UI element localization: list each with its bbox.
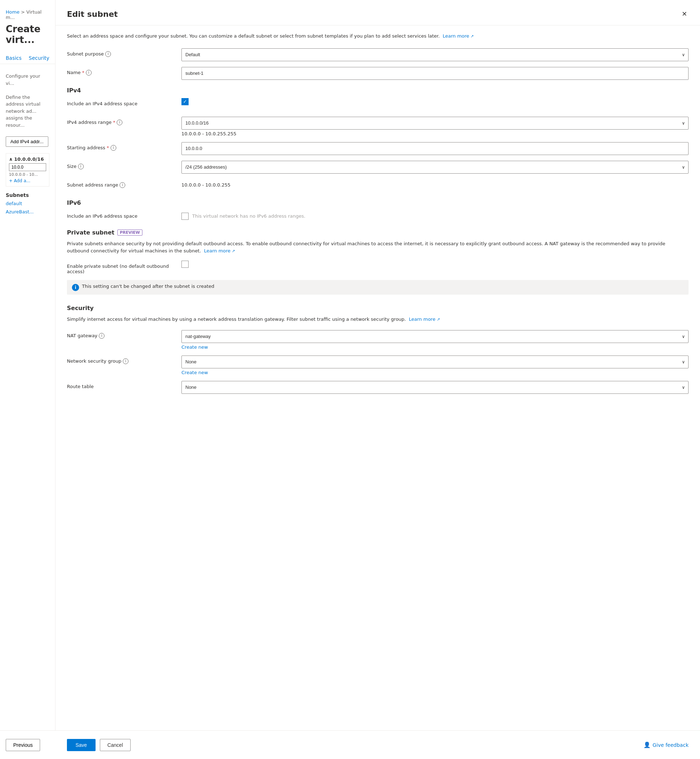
ip-block: ∧ 10.0.0.0/16 10.0.0.0 - 10... + Add a..… [6, 153, 49, 186]
nat-gateway-select[interactable]: nat-gateway [181, 330, 689, 343]
ip-header: ∧ 10.0.0.0/16 [9, 156, 46, 162]
security-section-title: Security [67, 305, 689, 311]
subnet-address-range-info-icon[interactable]: i [120, 182, 125, 188]
close-button[interactable]: ✕ [680, 9, 689, 19]
edit-subnet-panel: Edit subnet ✕ Select an address space an… [55, 0, 700, 759]
nat-gateway-row: NAT gateway i nat-gateway ∨ Create new [67, 330, 689, 350]
left-description: Configure your vi... Define the address … [0, 68, 55, 133]
private-subnet-learn-more-link[interactable]: Learn more [204, 248, 235, 254]
include-ipv6-checkbox[interactable] [181, 213, 189, 220]
nav-tabs: Basics Security [0, 52, 55, 64]
panel-description: Select an address space and configure yo… [67, 33, 689, 40]
nat-gateway-info-icon[interactable]: i [99, 333, 105, 339]
starting-address-row: Starting address * i [67, 142, 689, 155]
name-info-icon[interactable]: i [86, 70, 92, 75]
subnet-purpose-control: Default ∨ [181, 49, 689, 61]
breadcrumb-home[interactable]: Home [6, 9, 19, 15]
save-button[interactable]: Save [67, 739, 95, 751]
name-input[interactable] [181, 67, 689, 80]
subnet-purpose-select[interactable]: Default [181, 49, 689, 61]
enable-private-label: Enable private subnet (no default outbou… [67, 261, 181, 274]
starting-address-label: Starting address * i [67, 142, 181, 151]
subnet-purpose-select-wrapper: Default ∨ [181, 49, 689, 61]
include-ipv6-row: Include an IPv6 address space This virtu… [67, 211, 689, 224]
tab-basics[interactable]: Basics [6, 52, 22, 64]
nsg-control: None ∨ Create new [181, 355, 689, 375]
ipv4-range-info-icon[interactable]: i [117, 120, 122, 125]
info-note-text: This setting can't be changed after the … [82, 283, 214, 289]
nat-gateway-select-wrapper: nat-gateway ∨ [181, 330, 689, 343]
panel-title: Edit subnet [67, 10, 118, 19]
security-learn-more-link[interactable]: Learn more [409, 316, 440, 322]
add-ipv4-button[interactable]: Add IPv4 addr... [6, 136, 48, 147]
ipv4-range-select[interactable]: 10.0.0.0/16 [181, 117, 689, 130]
ipv4-range-sub-text: 10.0.0.0 - 10.0.255.255 [181, 131, 689, 136]
subnet-purpose-label: Subnet purpose i [67, 49, 181, 57]
nat-gateway-control: nat-gateway ∨ Create new [181, 330, 689, 350]
route-table-select[interactable]: None [181, 381, 689, 394]
size-row: Size i /24 (256 addresses) ∨ [67, 161, 689, 174]
feedback-label: Give feedback [653, 742, 689, 748]
name-label: Name * i [67, 67, 181, 75]
nat-gateway-create-new-link[interactable]: Create new [181, 344, 689, 350]
breadcrumb: Home > Virtual m... [0, 6, 55, 22]
subnet-purpose-info-icon[interactable]: i [105, 51, 111, 57]
private-subnet-section: Private subnet PREVIEW Private subnets e… [67, 229, 689, 295]
nsg-info-icon[interactable]: i [123, 358, 128, 364]
subnets-label: Subnets [0, 189, 55, 199]
starting-address-required: * [107, 145, 109, 150]
include-ipv4-control [181, 98, 689, 105]
info-note-icon: i [72, 284, 79, 291]
name-required-indicator: * [82, 70, 84, 75]
nsg-label: Network security group i [67, 355, 181, 364]
subnet-link-bastionhost[interactable]: AzureBast... [0, 208, 55, 216]
ipv4-range-row: IPv4 address range * i 10.0.0.0/16 ∨ 10.… [67, 117, 689, 136]
ipv4-range-control: 10.0.0.0/16 ∨ 10.0.0.0 - 10.0.255.255 [181, 117, 689, 136]
size-info-icon[interactable]: i [78, 164, 84, 169]
include-ipv4-label: Include an IPv4 address space [67, 98, 181, 106]
ip-input[interactable] [9, 163, 46, 171]
route-table-select-wrapper: None ∨ [181, 381, 689, 394]
starting-address-control [181, 142, 689, 155]
starting-address-info-icon[interactable]: i [111, 145, 116, 151]
panel-learn-more-link[interactable]: Learn more [443, 33, 474, 39]
ipv6-placeholder-text: This virtual network has no IPv6 address… [192, 213, 305, 219]
page-title: Create virt... [0, 22, 55, 52]
security-description: Simplify internet access for virtual mac… [67, 316, 689, 323]
security-section: Security Simplify internet access for vi… [67, 305, 689, 394]
ipv4-section-title: IPv4 [67, 87, 689, 94]
size-select[interactable]: /24 (256 addresses) [181, 161, 689, 174]
nsg-row: Network security group i None ∨ Create n… [67, 355, 689, 375]
cancel-button[interactable]: Cancel [100, 739, 131, 751]
add-subnet-link[interactable]: + Add a... [9, 178, 30, 183]
feedback-icon: 👤 [644, 742, 651, 748]
panel-header: Edit subnet ✕ [55, 0, 700, 25]
include-ipv4-checkbox[interactable] [181, 98, 189, 105]
give-feedback-link[interactable]: 👤 Give feedback [644, 742, 689, 748]
panel-body: Select an address space and configure yo… [55, 25, 700, 759]
private-subnet-description: Private subnets enhance security by not … [67, 240, 689, 255]
size-control: /24 (256 addresses) ∨ [181, 161, 689, 174]
subnet-link-default[interactable]: default [0, 199, 55, 208]
include-ipv6-control: This virtual network has no IPv6 address… [181, 211, 689, 220]
ip-range: 10.0.0.0 - 10... [9, 172, 46, 177]
nsg-select[interactable]: None [181, 355, 689, 368]
enable-private-row: Enable private subnet (no default outbou… [67, 261, 689, 274]
ipv6-section-title: IPv6 [67, 199, 689, 206]
starting-address-input[interactable] [181, 142, 689, 155]
tab-security[interactable]: Security [29, 52, 49, 64]
route-table-label: Route table [67, 381, 181, 389]
footer-actions: Save Cancel [67, 739, 131, 751]
enable-private-checkbox[interactable] [181, 261, 189, 268]
subnet-address-range-label: Subnet address range i [67, 179, 181, 188]
nsg-create-new-link[interactable]: Create new [181, 370, 689, 375]
subnet-address-range-value: 10.0.0.0 - 10.0.0.255 [181, 179, 689, 188]
previous-button[interactable]: Previous [6, 739, 40, 751]
enable-private-control [181, 261, 689, 268]
ipv4-range-label: IPv4 address range * i [67, 117, 181, 125]
private-subnet-title: Private subnet [67, 229, 114, 236]
subnet-address-range-row: Subnet address range i 10.0.0.0 - 10.0.0… [67, 179, 689, 192]
size-select-wrapper: /24 (256 addresses) ∨ [181, 161, 689, 174]
info-note: i This setting can't be changed after th… [67, 280, 689, 295]
panel-footer: Save Cancel 👤 Give feedback [55, 730, 700, 759]
